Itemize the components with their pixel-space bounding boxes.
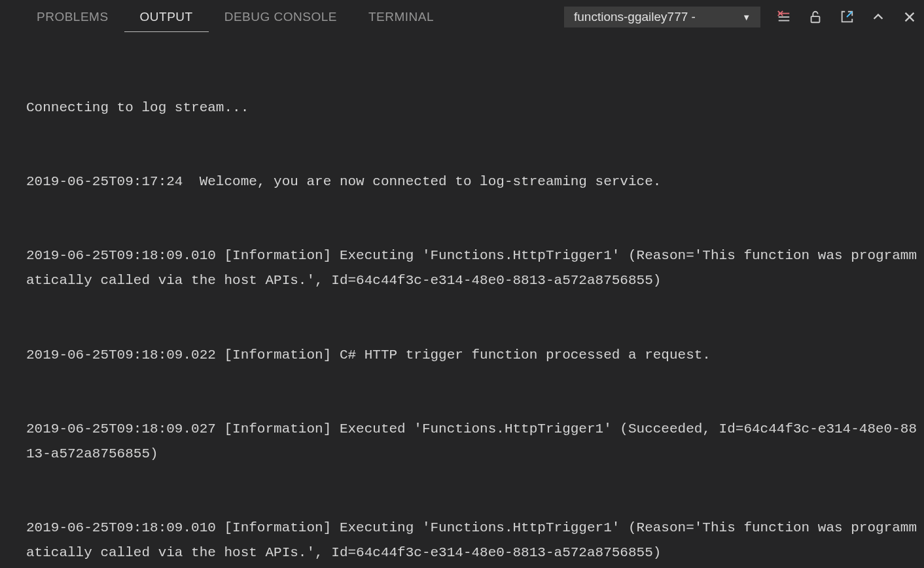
log-line: Connecting to log stream... [26, 96, 924, 120]
output-text-area[interactable]: Connecting to log stream... 2019-06-25T0… [0, 34, 924, 568]
tab-terminal[interactable]: TERMINAL [353, 2, 450, 32]
tab-debug-console[interactable]: DEBUG CONSOLE [209, 2, 353, 32]
log-line: 2019-06-25T09:18:09.027 [Information] Ex… [26, 417, 924, 467]
panel-actions [776, 9, 917, 25]
log-line: 2019-06-25T09:18:09.010 [Information] Ex… [26, 243, 924, 293]
panel-tab-bar: PROBLEMS OUTPUT DEBUG CONSOLE TERMINAL f… [0, 0, 924, 34]
output-panel: PROBLEMS OUTPUT DEBUG CONSOLE TERMINAL f… [0, 0, 924, 568]
svg-rect-5 [811, 16, 820, 22]
open-file-icon[interactable] [839, 9, 855, 25]
output-source-dropdown[interactable]: functions-ggailey777 - ▼ [564, 7, 760, 27]
dropdown-label: functions-ggailey777 - [574, 10, 696, 24]
chevron-up-icon[interactable] [870, 9, 886, 25]
panel-tabs: PROBLEMS OUTPUT DEBUG CONSOLE TERMINAL [21, 2, 450, 32]
tab-output[interactable]: OUTPUT [124, 2, 209, 32]
clear-output-icon[interactable] [776, 9, 792, 25]
log-line: 2019-06-25T09:18:09.022 [Information] C#… [26, 343, 924, 368]
tab-problems[interactable]: PROBLEMS [21, 2, 124, 32]
lock-icon[interactable] [808, 9, 823, 25]
close-icon[interactable] [902, 9, 917, 25]
chevron-down-icon: ▼ [742, 12, 751, 22]
log-line: 2019-06-25T09:18:09.010 [Information] Ex… [26, 516, 924, 565]
log-line: 2019-06-25T09:17:24 Welcome, you are now… [26, 169, 924, 194]
